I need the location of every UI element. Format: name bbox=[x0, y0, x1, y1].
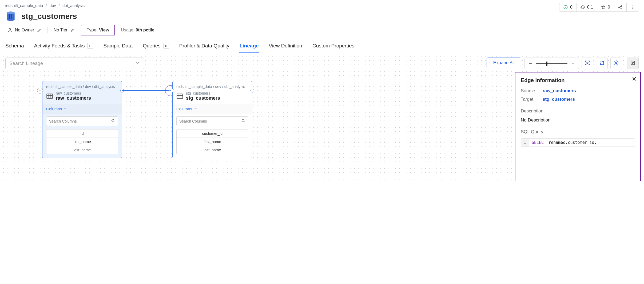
title-row: stg_customers bbox=[0, 8, 644, 24]
panel-title: Edge Information bbox=[521, 77, 635, 83]
description-label: Description: bbox=[521, 108, 635, 114]
settings-button[interactable] bbox=[610, 58, 622, 69]
column-search[interactable] bbox=[176, 116, 248, 126]
tab-queries[interactable]: Queries 0 bbox=[142, 40, 170, 53]
tab-view-definition[interactable]: View Definition bbox=[268, 40, 303, 53]
zoom-slider-thumb[interactable] bbox=[546, 62, 547, 66]
add-upstream-button[interactable]: + bbox=[37, 88, 43, 94]
table-icon bbox=[46, 93, 53, 99]
header-stats: 0 0.1 0 bbox=[559, 3, 639, 12]
node-title: raw_customers bbox=[56, 95, 91, 101]
column-item[interactable]: customer_id bbox=[177, 129, 248, 138]
svg-rect-10 bbox=[9, 14, 10, 19]
column-item[interactable]: last_name bbox=[177, 146, 248, 154]
source-link[interactable]: raw_customers bbox=[543, 88, 576, 94]
column-item[interactable]: id bbox=[46, 129, 118, 138]
pencil-square-icon bbox=[630, 60, 635, 67]
chevron-up-icon bbox=[194, 107, 197, 111]
lineage-canvas[interactable]: Expand All − + + redshift_sample_data / … bbox=[0, 53, 644, 181]
column-list: customer_id first_name last_name bbox=[176, 129, 248, 154]
expand-all-button[interactable]: Expand All bbox=[487, 58, 521, 68]
node-title: stg_customers bbox=[186, 95, 220, 101]
column-item[interactable]: first_name bbox=[46, 138, 118, 146]
lineage-node-raw-customers[interactable]: + redshift_sample_data / dev / dbt_analy… bbox=[42, 81, 122, 158]
zoom-slider[interactable] bbox=[536, 63, 567, 64]
node-breadcrumb: redshift_sample_data / dev / dbt_analysi… bbox=[42, 81, 122, 90]
svg-point-20 bbox=[242, 119, 244, 121]
star-icon bbox=[601, 5, 606, 10]
sql-code[interactable]: SELECT renamed.customer_id, bbox=[529, 139, 599, 147]
share-icon bbox=[618, 5, 623, 10]
columns-label: Columns bbox=[46, 107, 62, 111]
target-icon bbox=[563, 5, 568, 10]
more-button[interactable] bbox=[627, 3, 639, 11]
sql-line-number: 1 bbox=[521, 139, 529, 147]
breadcrumb-item[interactable]: dev bbox=[50, 3, 56, 8]
target-label: Target: bbox=[521, 97, 539, 102]
column-item[interactable]: last_name bbox=[46, 146, 118, 154]
zoom-in-button[interactable]: + bbox=[570, 60, 576, 67]
chevron-down-icon[interactable] bbox=[135, 60, 140, 67]
tier-value: No Tier bbox=[54, 28, 67, 33]
stat-stars-value: 0 bbox=[608, 5, 610, 10]
tab-queries-label: Queries bbox=[143, 43, 161, 49]
page-title: stg_customers bbox=[21, 12, 77, 21]
stat-issues[interactable]: 0 bbox=[559, 3, 577, 11]
tab-profiler[interactable]: Profiler & Data Quality bbox=[179, 40, 230, 53]
focus-icon bbox=[585, 60, 590, 67]
share-button[interactable] bbox=[614, 3, 627, 11]
column-search-input[interactable] bbox=[49, 119, 111, 123]
edit-tier-button[interactable] bbox=[70, 28, 75, 33]
close-button[interactable]: ✕ bbox=[632, 76, 637, 82]
type-label: Type: bbox=[87, 27, 98, 33]
zoom-out-button[interactable]: − bbox=[527, 60, 533, 67]
edit-lineage-button[interactable] bbox=[627, 58, 639, 69]
search-icon bbox=[111, 119, 115, 124]
columns-toggle[interactable]: Columns bbox=[173, 104, 252, 114]
tabs: Schema Activity Feeds & Tasks 0 Sample D… bbox=[0, 40, 644, 53]
owner-value: No Owner bbox=[15, 28, 34, 33]
stat-stars[interactable]: 0 bbox=[597, 3, 614, 11]
svg-rect-19 bbox=[177, 94, 183, 98]
svg-rect-17 bbox=[47, 94, 53, 98]
tab-activity[interactable]: Activity Feeds & Tasks 0 bbox=[34, 40, 94, 53]
tab-schema[interactable]: Schema bbox=[5, 40, 25, 53]
tab-sample-data[interactable]: Sample Data bbox=[103, 40, 133, 53]
breadcrumb-item[interactable]: redshift_sample_data bbox=[5, 3, 43, 8]
target-link[interactable]: stg_customers bbox=[543, 97, 575, 102]
columns-toggle[interactable]: Columns bbox=[42, 104, 122, 114]
fit-view-button[interactable] bbox=[582, 58, 593, 69]
input-port[interactable] bbox=[170, 89, 174, 92]
breadcrumb-item[interactable]: dbt_analysis bbox=[62, 3, 85, 8]
search-lineage[interactable] bbox=[5, 58, 144, 69]
column-item[interactable]: first_name bbox=[177, 138, 248, 146]
breadcrumb-separator: / bbox=[46, 3, 47, 8]
svg-point-13 bbox=[587, 62, 588, 64]
sql-keyword: SELECT bbox=[532, 140, 546, 145]
output-port[interactable] bbox=[251, 89, 254, 92]
edit-owner-button[interactable] bbox=[37, 28, 42, 33]
divider bbox=[47, 27, 48, 33]
column-list: id first_name last_name bbox=[46, 129, 118, 154]
search-lineage-input[interactable] bbox=[9, 61, 135, 66]
column-search[interactable] bbox=[46, 116, 118, 126]
svg-point-8 bbox=[633, 8, 633, 9]
tab-custom-properties[interactable]: Custom Properties bbox=[312, 40, 355, 53]
description-value: No Description bbox=[521, 117, 635, 123]
user-icon bbox=[7, 28, 12, 33]
column-search-input[interactable] bbox=[179, 119, 241, 123]
lineage-node-stg-customers[interactable]: redshift_sample_data / dev / dbt_analysi… bbox=[172, 81, 252, 158]
usage-label: Usage: bbox=[121, 28, 134, 32]
gear-icon bbox=[613, 60, 619, 67]
node-small-name: stg_customers bbox=[186, 91, 220, 95]
edge-info-panel: ✕ Edge Information Source: raw_customers… bbox=[515, 72, 641, 181]
svg-point-7 bbox=[633, 7, 633, 8]
fullscreen-button[interactable] bbox=[596, 58, 608, 69]
breadcrumb-separator: / bbox=[59, 3, 60, 8]
stat-recent[interactable]: 0.1 bbox=[577, 3, 597, 11]
activity-count-badge: 0 bbox=[87, 43, 93, 49]
type-badge: Type: View bbox=[81, 25, 115, 35]
breadcrumb: redshift_sample_data / dev / dbt_analysi… bbox=[0, 2, 644, 8]
tab-lineage[interactable]: Lineage bbox=[239, 40, 259, 53]
usage-field: Usage: 0th pctile bbox=[121, 28, 154, 33]
